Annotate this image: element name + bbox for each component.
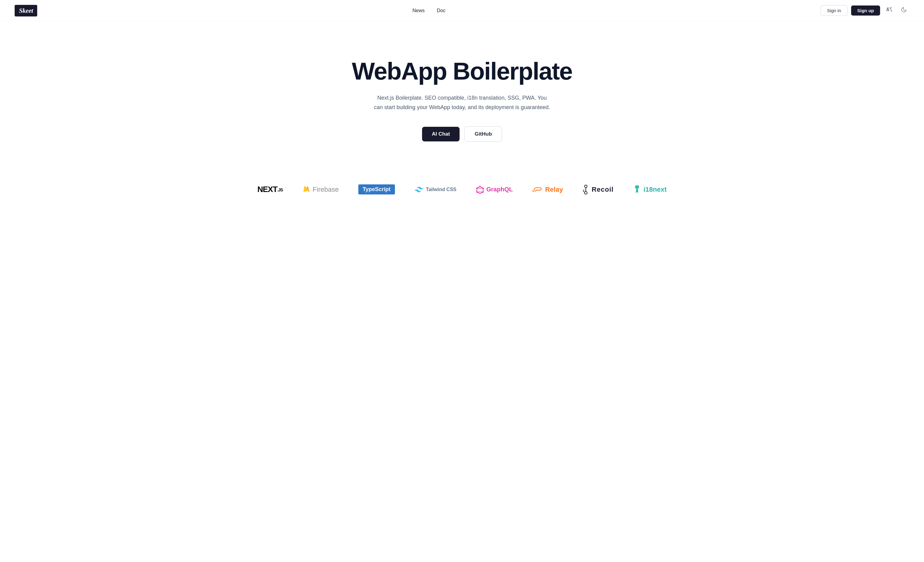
- logo[interactable]: Skeet: [15, 5, 37, 16]
- github-button[interactable]: GitHub: [465, 127, 502, 142]
- recoil-icon: [582, 185, 589, 194]
- i18next-logo-text: i18next: [644, 185, 667, 194]
- svg-point-9: [585, 185, 587, 188]
- logo-nextjs: NEXT.JS: [257, 185, 283, 194]
- moon-icon: [901, 7, 907, 14]
- dark-mode-button[interactable]: [898, 5, 909, 16]
- signin-button[interactable]: Sign in: [820, 5, 848, 16]
- logo-firebase: Firebase: [302, 185, 339, 194]
- hero-buttons: AI Chat GitHub: [422, 127, 502, 142]
- hero-subtitle: Next.js Boilerplate. SEO compatible, i18…: [374, 93, 550, 112]
- translate-icon: [886, 6, 892, 15]
- svg-marker-0: [477, 186, 483, 194]
- navbar: Skeet News Doc Sign in Sign up: [0, 0, 924, 21]
- nav-link-doc[interactable]: Doc: [437, 8, 446, 13]
- logo-graphql: GraphQL: [476, 185, 513, 194]
- firebase-icon: [302, 185, 310, 194]
- logo-tailwindcss: Tailwind CSS: [414, 187, 456, 193]
- tailwindcss-icon: [414, 187, 424, 193]
- ai-chat-button[interactable]: AI Chat: [422, 127, 460, 141]
- relay-logo-text: Relay: [545, 185, 563, 194]
- signup-button[interactable]: Sign up: [851, 6, 880, 15]
- svg-point-11: [585, 191, 587, 194]
- logo-typescript: TypeScript: [358, 184, 395, 194]
- svg-rect-12: [635, 185, 639, 189]
- nav-links: News Doc: [412, 8, 446, 13]
- hero-section: WebApp Boilerplate Next.js Boilerplate. …: [0, 21, 924, 166]
- firebase-logo-text: Firebase: [313, 185, 339, 194]
- tailwindcss-logo-text: Tailwind CSS: [426, 187, 456, 192]
- nextjs-logo-text: NEXT.JS: [257, 185, 283, 194]
- graphql-icon: [476, 185, 484, 194]
- logo-i18next: i18next: [633, 185, 667, 194]
- logos-section: NEXT.JS Firebase TypeScript Tailwind CSS: [0, 166, 924, 219]
- nav-link-news[interactable]: News: [412, 8, 425, 13]
- translate-button[interactable]: [884, 5, 895, 16]
- recoil-logo-text: Recoil: [592, 185, 614, 194]
- i18next-icon: [633, 185, 641, 194]
- logo-relay: Relay: [532, 185, 563, 194]
- graphql-logo-text: GraphQL: [486, 186, 513, 193]
- hero-title: WebApp Boilerplate: [352, 58, 572, 85]
- typescript-logo-text: TypeScript: [358, 184, 395, 194]
- relay-icon: [532, 186, 543, 193]
- logo-recoil: Recoil: [582, 185, 614, 194]
- svg-point-1: [479, 185, 481, 187]
- nav-right: Sign in Sign up: [820, 5, 909, 16]
